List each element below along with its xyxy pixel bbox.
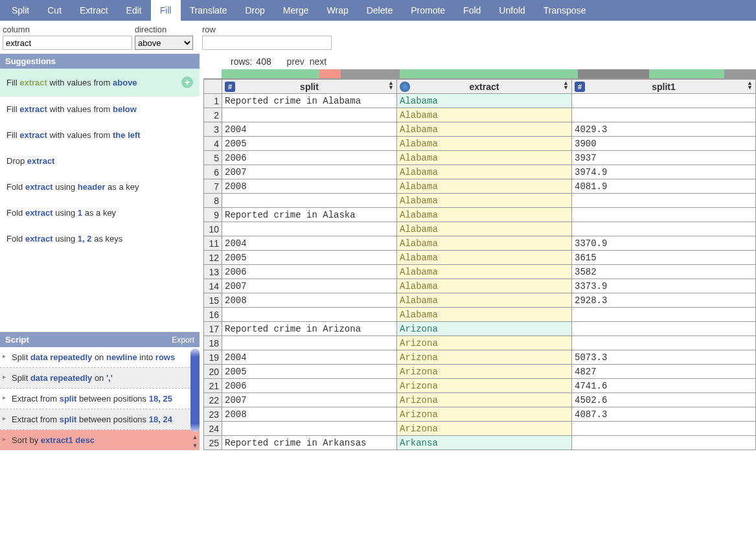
cell-split1[interactable] — [572, 422, 756, 436]
table-row[interactable]: 8Alabama — [204, 194, 756, 208]
cell-extract[interactable]: Alabama — [397, 108, 572, 122]
cell-split[interactable]: 2004 — [222, 350, 397, 365]
table-row[interactable]: 212006Arizona4741.6 — [204, 379, 756, 393]
table-row[interactable]: 9Reported crime in AlaskaAlabama — [204, 208, 756, 222]
toolbar-split[interactable]: Split — [3, 0, 38, 21]
toolbar-unfold[interactable]: Unfold — [490, 0, 534, 21]
sort-icon[interactable]: ▲▼ — [563, 81, 569, 90]
table-row[interactable]: 2Alabama — [204, 108, 756, 122]
cell-extract[interactable]: Alabama — [397, 308, 572, 322]
table-row[interactable]: 52006Alabama3937 — [204, 151, 756, 165]
add-suggestion-icon[interactable]: + — [181, 76, 193, 88]
scroll-down-icon[interactable]: ▼ — [191, 442, 199, 449]
cell-extract[interactable]: Alabama — [397, 137, 572, 151]
cell-extract[interactable]: Alabama — [397, 151, 572, 165]
cell-extract[interactable]: Alabama — [397, 293, 572, 308]
cell-split1[interactable] — [572, 208, 756, 222]
table-row[interactable]: 152008Alabama2928.3 — [204, 293, 756, 308]
toolbar-delete[interactable]: Delete — [358, 0, 402, 21]
cell-split1[interactable]: 5073.3 — [572, 350, 756, 365]
sort-icon[interactable]: ▲▼ — [388, 81, 394, 90]
cell-extract[interactable]: Alabama — [397, 265, 572, 279]
cell-split1[interactable]: 3615 — [572, 251, 756, 265]
cell-extract[interactable]: Alabama — [397, 222, 572, 236]
toolbar-promote[interactable]: Promote — [402, 0, 454, 21]
cell-extract[interactable]: Arizona — [397, 336, 572, 350]
cell-split[interactable]: Reported crime in Alabama — [222, 94, 397, 108]
next-link[interactable]: next — [310, 56, 326, 67]
direction-select[interactable]: abovebelowleftright — [135, 36, 193, 50]
suggestion-item[interactable]: Fill extract with values from above+ — [0, 69, 200, 97]
cell-split1[interactable]: 2928.3 — [572, 293, 756, 308]
toolbar-fold[interactable]: Fold — [454, 0, 490, 21]
table-row[interactable]: 16Alabama — [204, 308, 756, 322]
table-row[interactable]: 32004Alabama4029.3 — [204, 122, 756, 137]
cell-split1[interactable] — [572, 108, 756, 122]
table-row[interactable]: 222007Arizona4502.6 — [204, 393, 756, 407]
cell-split[interactable]: Reported crime in Arizona — [222, 322, 397, 336]
cell-split1[interactable]: 3900 — [572, 137, 756, 151]
cell-extract[interactable]: Alabama — [397, 165, 572, 179]
cell-split[interactable]: Reported crime in Arkansas — [222, 436, 397, 450]
table-row[interactable]: 232008Arizona4087.3 — [204, 407, 756, 422]
table-row[interactable]: 202005Arizona4827 — [204, 365, 756, 379]
cell-split1[interactable] — [572, 94, 756, 108]
cell-split[interactable]: 2005 — [222, 365, 397, 379]
cell-extract[interactable]: Alabama — [397, 279, 572, 293]
toolbar-fill[interactable]: Fill — [151, 0, 181, 21]
cell-split1[interactable] — [572, 336, 756, 350]
cell-extract[interactable]: Arizona — [397, 322, 572, 336]
cell-split1[interactable]: 4827 — [572, 365, 756, 379]
table-row[interactable]: 42005Alabama3900 — [204, 137, 756, 151]
cell-split[interactable] — [222, 194, 397, 208]
script-item[interactable]: Extract from split between positions 18,… — [0, 409, 200, 430]
cell-extract[interactable]: Arizona — [397, 365, 572, 379]
sort-icon[interactable]: ▲▼ — [747, 81, 753, 90]
toolbar-drop[interactable]: Drop — [236, 0, 273, 21]
cell-split1[interactable]: 4087.3 — [572, 407, 756, 422]
cell-split[interactable]: 2004 — [222, 122, 397, 137]
toolbar-merge[interactable]: Merge — [274, 0, 318, 21]
cell-split[interactable]: 2006 — [222, 379, 397, 393]
table-row[interactable]: 1Reported crime in AlabamaAlabama — [204, 94, 756, 108]
cell-split[interactable] — [222, 422, 397, 436]
cell-extract[interactable]: Arizona — [397, 379, 572, 393]
table-row[interactable]: 122005Alabama3615 — [204, 251, 756, 265]
cell-split1[interactable]: 3582 — [572, 265, 756, 279]
cell-split[interactable] — [222, 222, 397, 236]
table-row[interactable]: 62007Alabama3974.9 — [204, 165, 756, 179]
cell-extract[interactable]: Alabama — [397, 236, 572, 251]
script-item[interactable]: Split data repeatedly on newline into ro… — [0, 347, 200, 368]
toolbar-extract[interactable]: Extract — [71, 0, 117, 21]
row-input[interactable] — [202, 36, 332, 50]
export-button[interactable]: Export — [172, 336, 194, 345]
toolbar-edit[interactable]: Edit — [117, 0, 151, 21]
toolbar-translate[interactable]: Translate — [181, 0, 236, 21]
toolbar-cut[interactable]: Cut — [38, 0, 71, 21]
cell-split[interactable] — [222, 336, 397, 350]
table-row[interactable]: 72008Alabama4081.9 — [204, 179, 756, 194]
table-row[interactable]: 132006Alabama3582 — [204, 265, 756, 279]
prev-link[interactable]: prev — [287, 56, 304, 67]
suggestion-item[interactable]: Fold extract using 1, 2 as keys — [0, 226, 200, 252]
cell-split[interactable]: 2004 — [222, 236, 397, 251]
cell-extract[interactable]: Alabama — [397, 194, 572, 208]
cell-split[interactable]: 2008 — [222, 179, 397, 194]
cell-split1[interactable]: 3370.9 — [572, 236, 756, 251]
cell-split[interactable] — [222, 308, 397, 322]
cell-split1[interactable]: 4502.6 — [572, 393, 756, 407]
cell-split1[interactable]: 4741.6 — [572, 379, 756, 393]
cell-split[interactable]: 2005 — [222, 251, 397, 265]
suggestion-item[interactable]: Fill extract with values from the left — [0, 122, 200, 148]
table-row[interactable]: 25Reported crime in ArkansasArkansa — [204, 436, 756, 450]
cell-extract[interactable]: Arizona — [397, 422, 572, 436]
scrollbar[interactable] — [190, 348, 200, 432]
cell-split[interactable]: 2006 — [222, 151, 397, 165]
cell-split[interactable]: 2008 — [222, 293, 397, 308]
cell-split[interactable]: 2005 — [222, 137, 397, 151]
cell-extract[interactable]: Alabama — [397, 122, 572, 137]
cell-split[interactable]: 2008 — [222, 407, 397, 422]
suggestion-item[interactable]: Fold extract using header as a key — [0, 174, 200, 200]
cell-split1[interactable] — [572, 308, 756, 322]
suggestion-item[interactable]: Fold extract using 1 as a key — [0, 200, 200, 226]
